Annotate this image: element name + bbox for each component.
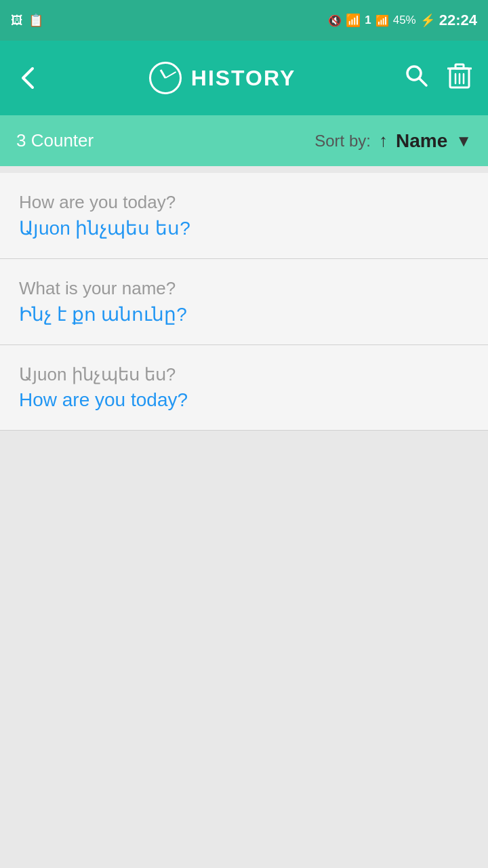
item-primary-text: Այuon ինչպես ես? [19, 364, 469, 385]
sort-field-label: Name [396, 130, 447, 152]
clipboard-icon: 📋 [28, 13, 43, 28]
toolbar-title-section: HISTORY [149, 62, 296, 94]
sim-icon: 1 [365, 14, 371, 27]
status-bar-left: 🖼 📋 [11, 13, 43, 28]
toolbar: HISTORY [0, 41, 488, 115]
status-time: 22:24 [439, 12, 477, 29]
sort-by-label: Sort by: [314, 132, 371, 151]
image-icon: 🖼 [11, 14, 23, 28]
clock-minute-hand [165, 71, 176, 79]
clock-icon [149, 62, 182, 94]
wifi-icon: 📶 [346, 13, 361, 28]
signal-icon: 📶 [375, 14, 389, 27]
list-item[interactable]: How are you today? Այuon ինչպես ես? [0, 173, 488, 259]
delete-button[interactable] [447, 62, 472, 94]
list-item[interactable]: What is your name? Ինչ է քո անունը? [0, 259, 488, 345]
sort-controls[interactable]: Sort by: ↑ Name ▼ [314, 130, 472, 152]
status-bar-right: 🔇 📶 1 📶 45% ⚡ 22:24 [328, 12, 477, 29]
sort-dropdown-icon[interactable]: ▼ [455, 132, 472, 151]
bluetooth-mute-icon: 🔇 [328, 14, 342, 27]
item-secondary-text: Այuon ինչպես ես? [19, 217, 469, 239]
battery-icon: ⚡ [420, 13, 435, 28]
status-bar: 🖼 📋 🔇 📶 1 📶 45% ⚡ 22:24 [0, 0, 488, 41]
list-item[interactable]: Այuon ինչպես ես? How are you today? [0, 345, 488, 431]
sort-direction-icon: ↑ [379, 130, 388, 151]
item-primary-text: What is your name? [19, 278, 469, 299]
back-button[interactable] [16, 66, 41, 90]
battery-percentage: 45% [393, 14, 416, 27]
svg-line-1 [420, 79, 426, 85]
search-button[interactable] [404, 63, 428, 93]
history-list: How are you today? Այuon ինչպես ես? What… [0, 173, 488, 431]
item-secondary-text: How are you today? [19, 389, 469, 411]
toolbar-actions [404, 62, 472, 94]
counter-label: 3 Counter [16, 130, 94, 151]
page-title: HISTORY [191, 66, 296, 91]
svg-rect-4 [455, 64, 464, 68]
sort-bar: 3 Counter Sort by: ↑ Name ▼ [0, 115, 488, 166]
item-secondary-text: Ինչ է քո անունը? [19, 303, 469, 326]
item-primary-text: How are you today? [19, 192, 469, 213]
